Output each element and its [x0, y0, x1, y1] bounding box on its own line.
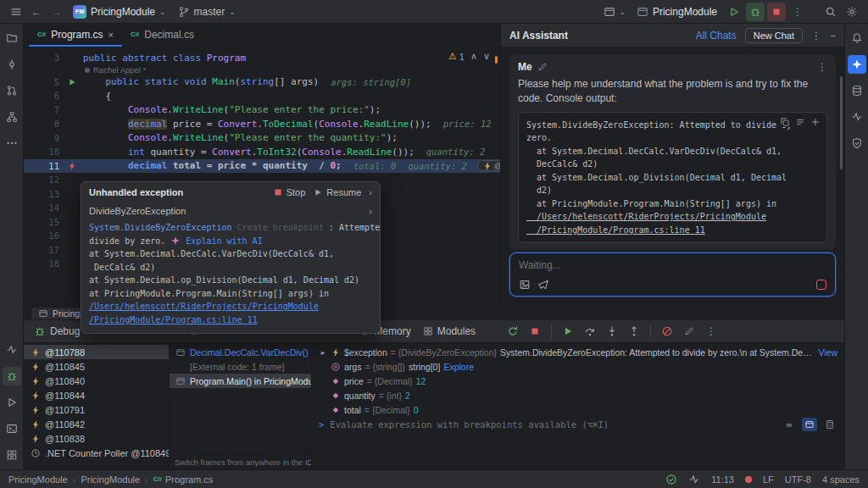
toolbar-widget-button[interactable]: ⌄	[600, 3, 629, 21]
insert-snippet-icon[interactable]	[810, 117, 821, 127]
problems-tool-button[interactable]	[848, 134, 866, 152]
profiler-tool-button[interactable]	[3, 341, 21, 359]
breadcrumb-file[interactable]: C#Program.cs	[153, 474, 213, 485]
run-button[interactable]	[725, 3, 743, 21]
back-button[interactable]: ←	[27, 3, 46, 21]
ai-prompt-input[interactable]: Waiting...	[509, 252, 836, 297]
resume-button[interactable]	[559, 323, 576, 340]
edit-message-icon[interactable]	[537, 62, 548, 72]
step-over-button[interactable]	[581, 323, 598, 340]
inline-watches-icon[interactable]: ∞	[782, 418, 797, 431]
popup-expand-icon[interactable]: ›	[369, 187, 372, 197]
thread-row[interactable]: @110844	[24, 388, 169, 402]
more-actions-button[interactable]: ⋮	[788, 3, 807, 21]
scrollbar-warning-mark[interactable]	[495, 56, 498, 64]
close-tab-icon[interactable]: ×	[108, 30, 114, 40]
inspections-ok-icon[interactable]	[665, 474, 677, 485]
structure-tool-button[interactable]	[3, 108, 21, 126]
debug-more-button[interactable]: ⋮	[703, 323, 720, 340]
chat-scrollbar[interactable]	[840, 76, 843, 169]
copy-icon[interactable]	[780, 117, 790, 127]
terminal-tool-button[interactable]	[3, 419, 21, 438]
line-ending-indicator[interactable]: LF	[763, 474, 774, 485]
vcs-branch-selector[interactable]: master ⌄	[173, 3, 241, 21]
step-into-button[interactable]	[604, 323, 620, 340]
forward-button[interactable]: →	[47, 3, 66, 21]
debug-tool-button[interactable]	[3, 367, 21, 385]
debug-tab[interactable]: Debug	[31, 325, 83, 337]
gutter[interactable]	[61, 161, 83, 171]
indent-indicator[interactable]: 4 spaces	[822, 474, 860, 485]
inspections-widget[interactable]: ⚠1 ∧ ∨	[448, 51, 490, 62]
attach-image-icon[interactable]	[519, 279, 531, 291]
main-menu-button[interactable]	[7, 3, 25, 21]
services-tool-button[interactable]	[3, 446, 21, 464]
hide-panel-icon[interactable]: −	[830, 30, 836, 42]
search-everywhere-button[interactable]	[821, 3, 840, 21]
wrap-lines-icon[interactable]	[795, 117, 805, 127]
popup-stop-button[interactable]: Stop	[273, 187, 306, 197]
variable-row[interactable]: total= {Decimal}0	[312, 402, 844, 417]
next-problem-icon[interactable]: ∨	[483, 51, 490, 62]
thread-row[interactable]: @110845	[24, 359, 169, 374]
variable-action-link[interactable]: Explore	[443, 362, 474, 372]
project-selector[interactable]: PM PricingModule ⌄	[68, 3, 171, 21]
more-tools-button[interactable]	[3, 134, 21, 152]
frame-row[interactable]: Decimal.DecCalc.VarDecDiv() in ...	[170, 345, 311, 359]
gutter[interactable]	[61, 77, 83, 87]
settings-button[interactable]	[843, 3, 861, 21]
message-more-icon[interactable]: ⋮	[817, 61, 827, 73]
stack-link[interactable]: Explain with AI	[181, 235, 262, 248]
popup-resume-button[interactable]: Resume	[313, 187, 361, 197]
step-out-button[interactable]	[626, 323, 643, 340]
notifications-button[interactable]	[848, 29, 866, 47]
project-tool-button[interactable]	[3, 29, 21, 47]
tab-decimal-cs[interactable]: C# Decimal.cs	[122, 24, 203, 47]
variable-row[interactable]: quantity= {int}2	[312, 388, 844, 402]
thread-row[interactable]: @110840	[24, 374, 169, 388]
database-tool-button[interactable]	[848, 81, 866, 100]
profiler-status-icon[interactable]	[688, 474, 700, 485]
variable-row[interactable]: price= {Decimal}12	[312, 374, 844, 388]
variable-row[interactable]: ▸$exception= {DivideByZeroException}Syst…	[312, 345, 844, 359]
pull-requests-tool-button[interactable]	[3, 81, 21, 100]
tab-program-cs[interactable]: C# Program.cs ×	[29, 24, 122, 47]
author-annotation[interactable]: Rachel Appel *	[83, 65, 146, 75]
thread-row[interactable]: @110788	[24, 345, 169, 359]
console-output[interactable]: System.DivideByZeroException: Attempted …	[526, 119, 819, 237]
stack-link[interactable]: /Users/helenscott/RiderProjects/PricingM…	[89, 300, 319, 313]
prev-problem-icon[interactable]: ∧	[470, 51, 477, 62]
edit-session-button[interactable]	[681, 323, 698, 340]
frame-row[interactable]: Program.Main() in PricingModule	[170, 374, 311, 388]
caret-position[interactable]: 11:13	[711, 474, 734, 485]
stop-generating-button[interactable]	[816, 280, 826, 290]
rerun-button[interactable]	[504, 323, 521, 340]
stop-debug-button[interactable]	[526, 323, 543, 340]
ai-more-icon[interactable]: ⋮	[811, 30, 821, 42]
endpoints-tool-button[interactable]	[848, 108, 866, 126]
thread-row[interactable]: @110838	[24, 431, 169, 446]
mute-breakpoints-button[interactable]	[659, 323, 676, 340]
stack-link[interactable]: /PricingModule/Program.cs:line 11	[89, 313, 258, 327]
all-chats-link[interactable]: All Chats	[696, 30, 737, 42]
exception-name-row[interactable]: DivideByZeroException ›	[81, 202, 380, 219]
evaluate-dialog-icon[interactable]	[822, 418, 837, 431]
debug-button[interactable]	[746, 3, 765, 21]
run-configuration-selector[interactable]: PricingModule	[632, 3, 722, 21]
thread-badge[interactable]: @110788	[477, 160, 500, 171]
commit-tool-button[interactable]	[3, 55, 21, 74]
encoding-indicator[interactable]: UTF-8	[785, 474, 811, 485]
evaluate-expression-field[interactable]: > Evaluate expression with breakpoints a…	[312, 417, 844, 432]
variable-action-link[interactable]: View	[818, 347, 837, 358]
frame-row[interactable]: [External code: 1 frame]	[170, 359, 311, 374]
run-tool-button[interactable]	[3, 393, 21, 412]
new-chat-button[interactable]: New Chat	[745, 28, 803, 43]
send-prompt-icon[interactable]	[537, 279, 549, 291]
breadcrumb-solution[interactable]: PricingModule	[8, 474, 68, 485]
thread-row[interactable]: .NET Counter Poller @110849	[24, 446, 169, 460]
variable-row[interactable]: args= {string[]}string[0]Explore	[312, 359, 844, 374]
thread-row[interactable]: @110842	[24, 417, 169, 431]
thread-row[interactable]: @110791	[24, 402, 169, 417]
breadcrumb-project[interactable]: PricingModule	[81, 474, 140, 485]
ai-assistant-tool-button[interactable]	[848, 55, 866, 74]
